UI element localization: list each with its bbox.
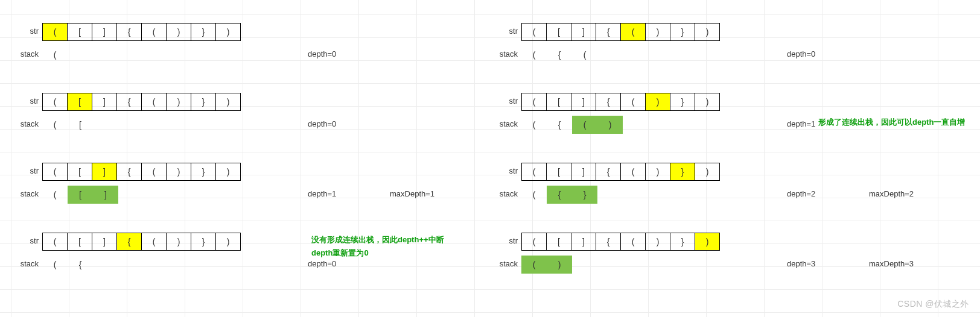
stack-cell: ( [42,116,68,134]
str-row: str([]{()}) [488,93,720,111]
stack-row: stack() [488,256,572,274]
str-cell: ( [620,93,646,111]
depth-label: depth=1 [787,119,815,128]
str-label: str [488,23,521,36]
str-cell: { [116,233,142,251]
str-cell: ) [166,23,191,41]
str-cell: } [670,23,695,41]
stack-label: stack [488,46,521,58]
stack-cells: () [521,256,572,274]
stack-cell: ( [42,46,68,64]
str-cell: } [191,163,216,181]
str-label: str [8,163,42,175]
stack-cell: ] [93,186,118,204]
stack-row: stack({} [488,186,597,204]
str-row: str([]{()}) [488,163,720,181]
stack-cells: ( [42,46,68,64]
stack-label: stack [488,116,521,128]
str-cells: ([]{()}) [42,23,241,41]
stack-cell: { [547,186,572,204]
maxdepth-label: maxDepth=2 [869,189,914,198]
str-cell: } [191,233,216,251]
stack-cells: ({} [521,186,597,204]
depth-label: depth=3 [787,259,815,268]
note-left: 没有形成连续出栈，因此depth++中断depth重新置为0 [311,233,444,260]
stack-cell: ( [572,116,597,134]
stack-label: stack [488,186,521,198]
str-cell: [ [67,163,92,181]
str-cell: ( [521,233,547,251]
step: str([]{()})stack()depth=3maxDepth=3 [488,233,958,303]
str-cell: { [596,163,621,181]
depth-label: depth=0 [787,49,815,58]
stack-row: stack( [8,46,68,64]
step: str([]{()})stack(depth=0 [8,23,479,93]
stack-cell: ( [521,186,547,204]
stack-row: stack({( [488,46,597,64]
str-cell: [ [67,233,92,251]
str-cell: ( [620,163,646,181]
str-cell: ( [521,23,547,41]
stack-cell: [ [68,116,93,134]
str-cells: ([]{()}) [42,93,241,111]
stack-cells: ({ [42,256,93,274]
str-label: str [8,93,42,105]
str-cell: } [191,93,216,111]
str-cell: ) [645,163,670,181]
str-cell: ] [571,233,596,251]
str-cell: ) [166,233,191,251]
depth-label: depth=0 [308,119,336,128]
str-row: str([]{()}) [488,23,720,41]
str-cell: ( [521,93,547,111]
stack-cell: ( [42,186,68,204]
str-cell: } [191,23,216,41]
str-cell: } [670,233,695,251]
maxdepth-label: maxDepth=3 [869,259,914,268]
stack-label: stack [8,46,42,58]
str-cell: ] [571,163,596,181]
stack-cell: ( [521,256,547,274]
step: str([]{()})stack({(depth=0 [488,23,958,93]
str-cell: ) [645,23,670,41]
str-cell: ) [695,233,720,251]
str-cell: ) [645,233,670,251]
str-cell: ) [695,163,720,181]
depth-label: depth=1 [308,189,336,198]
str-label: str [488,93,521,105]
str-label: str [8,233,42,245]
str-cell: ) [645,93,670,111]
str-cell: [ [546,163,571,181]
str-cell: ) [166,163,191,181]
depth-label: depth=0 [308,49,336,58]
str-cell: { [596,23,621,41]
stack-cell: ( [572,46,597,64]
maxdepth-label: maxDepth=1 [390,189,434,198]
str-cell: ( [42,23,68,41]
stack-cell: ( [42,256,68,274]
stack-cell: { [547,46,572,64]
str-label: str [488,163,521,175]
str-cell: [ [546,23,571,41]
stack-cell: } [572,186,597,204]
str-row: str([]{()}) [8,233,241,251]
str-cells: ([]{()}) [521,23,720,41]
stack-cell: [ [68,186,93,204]
step: str([]{()})stack([depth=0 [8,93,479,163]
str-cell: } [670,163,695,181]
str-row: str([]{()}) [8,23,241,41]
str-cell: [ [546,93,571,111]
str-cell: ( [141,93,167,111]
str-cell: ) [215,163,241,181]
stack-row: stack([] [8,186,118,204]
str-cell: ] [571,93,596,111]
str-cell: [ [546,233,571,251]
stack-cells: ([] [42,186,118,204]
str-cell: ] [92,93,117,111]
depth-label: depth=2 [787,189,815,198]
str-cell: ] [92,23,117,41]
watermark: CSDN @伏城之外 [897,299,969,310]
str-cell: ) [166,93,191,111]
str-cell: ) [215,233,241,251]
str-cell: ( [141,233,167,251]
str-cell: ( [620,233,646,251]
